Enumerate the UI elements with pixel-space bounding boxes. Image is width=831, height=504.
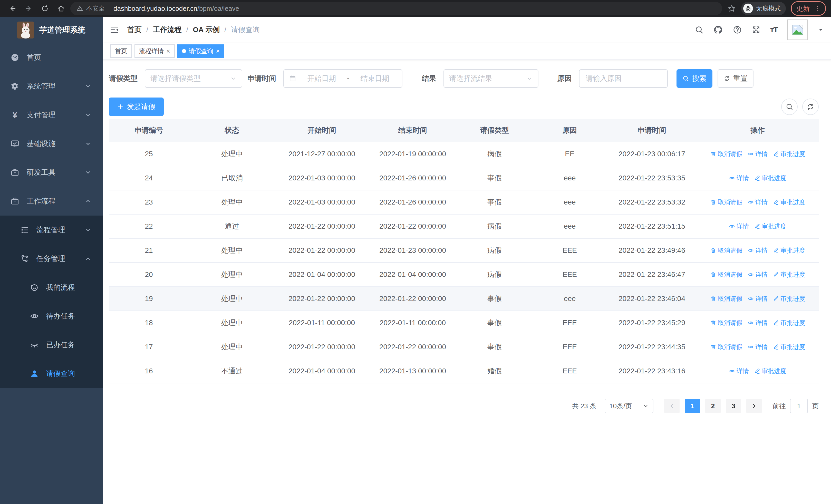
sidebar-item-label: 请假查询 (46, 369, 103, 379)
progress-link[interactable]: 审批进度 (773, 319, 805, 327)
sidebar-item-待办任务[interactable]: 待办任务 (0, 302, 103, 330)
help-icon[interactable] (733, 25, 742, 34)
cell-leave-type: 病假 (457, 149, 532, 159)
sidebar-item-首页[interactable]: 首页 (0, 43, 103, 72)
detail-link[interactable]: 详情 (748, 246, 768, 255)
cell-end-time: 2022-01-22 00:00:00 (369, 295, 457, 303)
reload-icon[interactable] (41, 5, 49, 12)
sidebar-item-已办任务[interactable]: 已办任务 (0, 330, 103, 359)
security-chip[interactable]: 不安全 (77, 4, 105, 12)
progress-link[interactable]: 审批进度 (773, 150, 805, 158)
cancel-link[interactable]: 取消请假 (710, 295, 742, 303)
end-date-placeholder[interactable]: 结束日期 (353, 73, 397, 83)
active-tab-dot (182, 49, 186, 53)
cancel-link[interactable]: 取消请假 (710, 198, 742, 206)
progress-link[interactable]: 审批进度 (754, 222, 786, 231)
github-icon[interactable] (713, 25, 723, 35)
sidebar-item-我的流程[interactable]: 我的流程 (0, 273, 103, 302)
detail-link[interactable]: 详情 (729, 367, 749, 375)
breadcrumb-item[interactable]: 工作流程 (153, 25, 182, 35)
leave-type-select[interactable]: 请选择请假类型 (145, 69, 242, 88)
logo[interactable]: 芋道管理系统 (0, 17, 103, 43)
progress-link[interactable]: 审批进度 (773, 198, 805, 206)
start-date-placeholder[interactable]: 开始日期 (300, 73, 343, 83)
progress-link[interactable]: 审批进度 (773, 295, 805, 303)
app-title: 芋道管理系统 (39, 25, 85, 35)
collapse-sidebar-icon[interactable] (110, 25, 119, 34)
cell-apply-time: 2022-01-22 23:43:16 (607, 367, 696, 375)
bookmark-star-icon[interactable] (727, 4, 736, 13)
close-tab-icon[interactable]: × (216, 48, 220, 54)
sidebar-item-任务管理[interactable]: 任务管理 (0, 244, 103, 273)
page-button-2[interactable]: 2 (705, 399, 721, 413)
address-bar[interactable]: 不安全 dashboard.yudao.iocoder.cn/bpm/oa/le… (70, 2, 722, 15)
cell-status: 不通过 (189, 366, 275, 376)
cancel-link[interactable]: 取消请假 (710, 343, 742, 351)
detail-link[interactable]: 详情 (748, 270, 768, 279)
detail-link[interactable]: 详情 (748, 150, 768, 158)
sidebar-item-系统管理[interactable]: 系统管理 (0, 72, 103, 100)
search-button[interactable]: 搜索 (677, 69, 712, 88)
sidebar-item-请假查询[interactable]: 请假查询 (0, 359, 103, 388)
home-icon[interactable] (57, 4, 65, 12)
cancel-link[interactable]: 取消请假 (710, 270, 742, 279)
action-label: 审批进度 (780, 198, 805, 206)
chev-down (85, 112, 91, 118)
refresh-table-button[interactable] (802, 98, 819, 115)
table-row: 20处理中2022-01-04 00:00:002022-01-04 00:00… (109, 263, 819, 287)
cell-end-time: 2022-01-13 00:00:00 (369, 367, 457, 375)
reason-input[interactable] (584, 74, 662, 83)
chev-up (85, 255, 91, 262)
cell-start-time: 2022-01-22 00:00:00 (275, 222, 369, 231)
progress-link[interactable]: 审批进度 (773, 246, 805, 255)
apply-time-range[interactable]: 开始日期 - 结束日期 (283, 69, 402, 88)
close-tab-icon[interactable]: × (166, 48, 170, 54)
detail-link[interactable]: 详情 (748, 295, 768, 303)
tab-流程详情[interactable]: 流程详情× (135, 45, 175, 58)
font-size-icon[interactable]: тT (770, 25, 778, 34)
page-button-3[interactable]: 3 (726, 399, 741, 413)
breadcrumb-item[interactable]: OA 示例 (193, 25, 220, 35)
detail-link[interactable]: 详情 (748, 198, 768, 206)
progress-link[interactable]: 审批进度 (754, 174, 786, 182)
goto-page: 前往页 (773, 399, 819, 413)
show-search-button[interactable] (781, 98, 798, 115)
sidebar-item-流程管理[interactable]: 流程管理 (0, 215, 103, 244)
tab-请假查询[interactable]: 请假查询× (177, 45, 224, 58)
detail-link[interactable]: 详情 (748, 319, 768, 327)
fullscreen-icon[interactable] (752, 25, 761, 34)
detail-link[interactable]: 详情 (748, 343, 768, 351)
cell-leave-type: 病假 (457, 221, 532, 231)
reset-button[interactable]: 重置 (718, 69, 753, 88)
breadcrumb-item[interactable]: 首页 (127, 25, 142, 35)
progress-link[interactable]: 审批进度 (773, 343, 805, 351)
page-button-1[interactable]: 1 (685, 399, 700, 413)
detail-link[interactable]: 详情 (729, 222, 749, 231)
detail-link[interactable]: 详情 (729, 174, 749, 182)
create-leave-button[interactable]: 发起请假 (109, 97, 164, 116)
user-avatar[interactable] (787, 20, 808, 40)
result-select[interactable]: 请选择流结果 (443, 69, 539, 88)
next-page-button[interactable] (746, 399, 762, 413)
page-size-select[interactable]: 10条/页 (605, 399, 653, 413)
browser-menu-icon[interactable] (814, 5, 821, 12)
forward-icon[interactable] (25, 4, 33, 12)
avatar-caret-icon[interactable] (818, 27, 824, 33)
goto-page-input[interactable] (790, 399, 808, 413)
sidebar-item-支付管理[interactable]: ¥支付管理 (0, 100, 103, 129)
prev-page-button[interactable] (664, 399, 680, 413)
tab-首页[interactable]: 首页 (110, 45, 132, 58)
sidebar-item-研发工具[interactable]: 研发工具 (0, 158, 103, 187)
update-button[interactable]: 更新 (791, 1, 826, 16)
search-icon[interactable] (695, 25, 704, 34)
sidebar-item-基础设施[interactable]: 基础设施 (0, 129, 103, 158)
sidebar-item-工作流程[interactable]: 工作流程 (0, 187, 103, 215)
warning-icon (77, 5, 83, 12)
progress-link[interactable]: 审批进度 (773, 270, 805, 279)
cancel-link[interactable]: 取消请假 (710, 150, 742, 158)
app: 芋道管理系统 首页系统管理¥支付管理基础设施研发工具工作流程流程管理任务管理我的… (0, 17, 831, 504)
cancel-link[interactable]: 取消请假 (710, 319, 742, 327)
back-icon[interactable] (8, 4, 17, 12)
progress-link[interactable]: 审批进度 (754, 367, 786, 375)
cancel-link[interactable]: 取消请假 (710, 246, 742, 255)
